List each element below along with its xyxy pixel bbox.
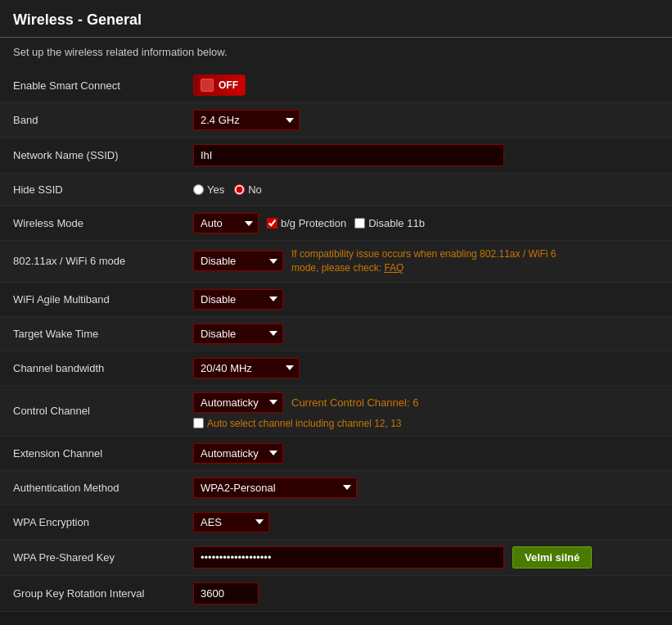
- wifi6-info-text: If compatibility issue occurs when enabl…: [291, 248, 557, 274]
- wifi-agile-row: WiFi Agile Multiband Disable Enable: [0, 283, 672, 317]
- target-wake-row: Target Wake Time Disable Enable: [0, 317, 672, 351]
- hide-ssid-no-radio[interactable]: [234, 184, 245, 195]
- auth-method-control: Open System WPA-Personal WPA2-Personal W…: [193, 478, 659, 498]
- wifi6-select[interactable]: Disable Enable: [193, 251, 283, 271]
- page-title: Wireless - General: [0, 0, 672, 38]
- hide-ssid-no-text: No: [248, 183, 262, 196]
- ssid-row: Network Name (SSID): [0, 138, 672, 174]
- wireless-mode-control: Auto N only B/G/N b/g Protection Disable…: [193, 213, 659, 233]
- hide-ssid-control: Yes No: [193, 183, 659, 196]
- control-channel-control: Automaticky 1234 5678 9101112 13 Current…: [193, 392, 659, 429]
- wpa-encryption-label: WPA Encryption: [13, 516, 193, 528]
- target-wake-select[interactable]: Disable Enable: [193, 324, 283, 344]
- hide-ssid-yes-radio[interactable]: [193, 184, 204, 195]
- group-key-row: Group Key Rotation Interval: [0, 576, 672, 612]
- band-control: 2.4 GHz 5 GHz: [193, 110, 659, 130]
- bg-protection-text: b/g Protection: [281, 217, 346, 229]
- smart-connect-toggle[interactable]: OFF: [193, 75, 246, 96]
- channel-bandwidth-label: Channel bandwidth: [13, 362, 193, 374]
- wireless-mode-select[interactable]: Auto N only B/G/N: [193, 213, 259, 233]
- target-wake-label: Target Wake Time: [13, 328, 193, 340]
- control-channel-top: Automaticky 1234 5678 9101112 13 Current…: [193, 392, 418, 413]
- strength-button[interactable]: Velmi silné: [512, 546, 592, 568]
- disable-11b-text: Disable 11b: [368, 217, 425, 229]
- hide-ssid-label: Hide SSID: [13, 183, 193, 196]
- wpa-encryption-row: WPA Encryption AES TKIP TKIP+AES: [0, 505, 672, 540]
- control-channel-select[interactable]: Automaticky 1234 5678 9101112 13: [193, 392, 283, 413]
- auth-method-select[interactable]: Open System WPA-Personal WPA2-Personal W…: [193, 478, 357, 498]
- bg-protection-checkbox[interactable]: [267, 218, 277, 229]
- wifi-agile-select[interactable]: Disable Enable: [193, 289, 283, 310]
- wpa-psk-control: Velmi silné: [193, 546, 659, 568]
- band-select[interactable]: 2.4 GHz 5 GHz: [193, 110, 300, 130]
- enable-smart-connect-label: Enable Smart Connect: [13, 79, 193, 92]
- wireless-mode-label: Wireless Mode: [13, 217, 193, 229]
- band-row: Band 2.4 GHz 5 GHz: [0, 103, 672, 138]
- hide-ssid-no-label[interactable]: No: [234, 183, 262, 196]
- extension-channel-select[interactable]: Automaticky Upper Lower: [193, 443, 283, 464]
- wifi6-label: 802.11ax / WiFi 6 mode: [13, 255, 193, 267]
- channel-bandwidth-row: Channel bandwidth 20/40 MHz 20 MHz 40 MH…: [0, 351, 672, 386]
- ssid-label: Network Name (SSID): [13, 149, 193, 161]
- wpa-encryption-control: AES TKIP TKIP+AES: [193, 512, 659, 532]
- disable-11b-checkbox[interactable]: [354, 218, 365, 229]
- extension-channel-row: Extension Channel Automaticky Upper Lowe…: [0, 437, 672, 471]
- auto-select-wrap: Auto select channel including channel 12…: [193, 418, 418, 429]
- wpa-psk-input[interactable]: [193, 546, 504, 568]
- channel-bandwidth-select[interactable]: 20/40 MHz 20 MHz 40 MHz: [193, 358, 300, 378]
- wifi-agile-control: Disable Enable: [193, 289, 659, 310]
- channel-bandwidth-control: 20/40 MHz 20 MHz 40 MHz: [193, 358, 659, 378]
- auto-select-checkbox[interactable]: [193, 418, 204, 428]
- group-key-label: Group Key Rotation Interval: [13, 587, 193, 600]
- band-label: Band: [13, 114, 193, 126]
- toggle-knob: [201, 79, 214, 92]
- wireless-mode-row: Wireless Mode Auto N only B/G/N b/g Prot…: [0, 206, 672, 241]
- auth-method-row: Authentication Method Open System WPA-Pe…: [0, 471, 672, 505]
- wifi6-row: 802.11ax / WiFi 6 mode Disable Enable If…: [0, 241, 672, 283]
- auto-select-label: Auto select channel including channel 12…: [207, 418, 402, 429]
- hide-ssid-yes-label[interactable]: Yes: [193, 183, 224, 196]
- disable-11b-label[interactable]: Disable 11b: [354, 217, 425, 229]
- wpa-psk-row: WPA Pre-Shared Key Velmi silné: [0, 540, 672, 576]
- hide-ssid-row: Hide SSID Yes No: [0, 174, 672, 206]
- control-channel-wrap: Automaticky 1234 5678 9101112 13 Current…: [193, 392, 418, 429]
- group-key-input[interactable]: [193, 582, 259, 605]
- enable-smart-connect-control: OFF: [193, 75, 659, 96]
- extension-channel-control: Automaticky Upper Lower: [193, 443, 659, 464]
- bg-protection-label[interactable]: b/g Protection: [267, 217, 346, 229]
- ssid-control: [193, 144, 659, 166]
- wpa-encryption-select[interactable]: AES TKIP TKIP+AES: [193, 512, 269, 532]
- wifi-agile-label: WiFi Agile Multiband: [13, 293, 193, 306]
- group-key-control: [193, 582, 659, 605]
- target-wake-control: Disable Enable: [193, 324, 659, 344]
- page-container: Wireless - General Set up the wireless r…: [0, 0, 672, 612]
- control-channel-row: Control Channel Automaticky 1234 5678 91…: [0, 386, 672, 437]
- wifi6-control: Disable Enable If compatibility issue oc…: [193, 247, 659, 275]
- wpa-psk-label: WPA Pre-Shared Key: [13, 551, 193, 564]
- ssid-input[interactable]: [193, 144, 504, 166]
- subtitle: Set up the wireless related information …: [0, 38, 672, 68]
- wifi6-faq-link[interactable]: FAQ: [384, 262, 404, 274]
- extension-channel-label: Extension Channel: [13, 447, 193, 460]
- auth-method-label: Authentication Method: [13, 482, 193, 494]
- control-channel-label: Control Channel: [13, 405, 193, 417]
- toggle-state-label: OFF: [219, 79, 238, 91]
- current-channel-info: Current Control Channel: 6: [291, 396, 418, 409]
- wifi6-info: If compatibility issue occurs when enabl…: [291, 247, 578, 275]
- enable-smart-connect-row: Enable Smart Connect OFF: [0, 68, 672, 103]
- hide-ssid-yes-text: Yes: [207, 183, 224, 196]
